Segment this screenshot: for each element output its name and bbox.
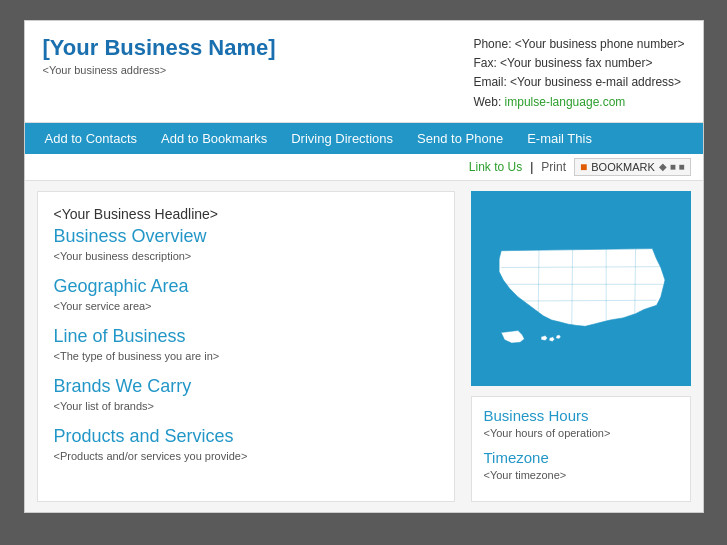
header: [Your Business Name] <Your business addr…	[25, 21, 703, 123]
line-of-business-desc: <The type of business you are in>	[54, 350, 438, 362]
main-content: <Your Business Headline> Business Overvi…	[25, 181, 703, 512]
print-link[interactable]: Print	[541, 160, 566, 174]
timezone-desc: <Your timezone>	[484, 469, 678, 481]
map-container	[471, 191, 691, 386]
nav-email-this[interactable]: E-mail This	[515, 123, 604, 154]
nav-bar: Add to Contacts Add to Bookmarks Driving…	[25, 123, 703, 154]
link-to-us-link[interactable]: Link to Us	[469, 160, 522, 174]
page-wrapper: [Your Business Name] <Your business addr…	[24, 20, 704, 513]
geographic-area-desc: <Your service area>	[54, 300, 438, 312]
brands-desc: <Your list of brands>	[54, 400, 438, 412]
products-desc: <Products and/or services you provide>	[54, 450, 438, 462]
bookmark-extra-icons: ◆ ■ ■	[659, 161, 685, 172]
header-right: Phone: <Your business phone number> Fax:…	[473, 35, 684, 112]
products-title: Products and Services	[54, 426, 438, 447]
nav-driving-directions[interactable]: Driving Directions	[279, 123, 405, 154]
bookmark-button[interactable]: ■ BOOKMARK ◆ ■ ■	[574, 158, 690, 176]
toolbar-separator: |	[530, 160, 533, 174]
web-info: Web: impulse-language.com	[473, 93, 684, 112]
web-url-link[interactable]: impulse-language.com	[505, 95, 626, 109]
brands-title: Brands We Carry	[54, 376, 438, 397]
email-info: Email: <Your business e-mail address>	[473, 73, 684, 92]
business-address: <Your business address>	[43, 64, 276, 76]
business-name: [Your Business Name]	[43, 35, 276, 61]
right-info: Business Hours <Your hours of operation>…	[471, 396, 691, 502]
business-hours-title: Business Hours	[484, 407, 678, 424]
left-panel: <Your Business Headline> Business Overvi…	[37, 191, 455, 502]
right-panel: Business Hours <Your hours of operation>…	[471, 191, 691, 502]
nav-send-to-phone[interactable]: Send to Phone	[405, 123, 515, 154]
business-headline: <Your Business Headline>	[54, 206, 438, 222]
business-overview-title: Business Overview	[54, 226, 438, 247]
business-overview-desc: <Your business description>	[54, 250, 438, 262]
nav-add-bookmarks[interactable]: Add to Bookmarks	[149, 123, 279, 154]
bookmark-icon: ■	[580, 160, 587, 174]
bookmark-label: BOOKMARK	[591, 161, 655, 173]
fax-info: Fax: <Your business fax number>	[473, 54, 684, 73]
line-of-business-title: Line of Business	[54, 326, 438, 347]
business-hours-desc: <Your hours of operation>	[484, 427, 678, 439]
phone-info: Phone: <Your business phone number>	[473, 35, 684, 54]
timezone-title: Timezone	[484, 449, 678, 466]
toolbar: Link to Us | Print ■ BOOKMARK ◆ ■ ■	[25, 154, 703, 181]
header-left: [Your Business Name] <Your business addr…	[43, 35, 276, 76]
geographic-area-title: Geographic Area	[54, 276, 438, 297]
us-map-svg	[476, 196, 686, 381]
web-label: Web:	[473, 95, 501, 109]
nav-add-contacts[interactable]: Add to Contacts	[33, 123, 150, 154]
